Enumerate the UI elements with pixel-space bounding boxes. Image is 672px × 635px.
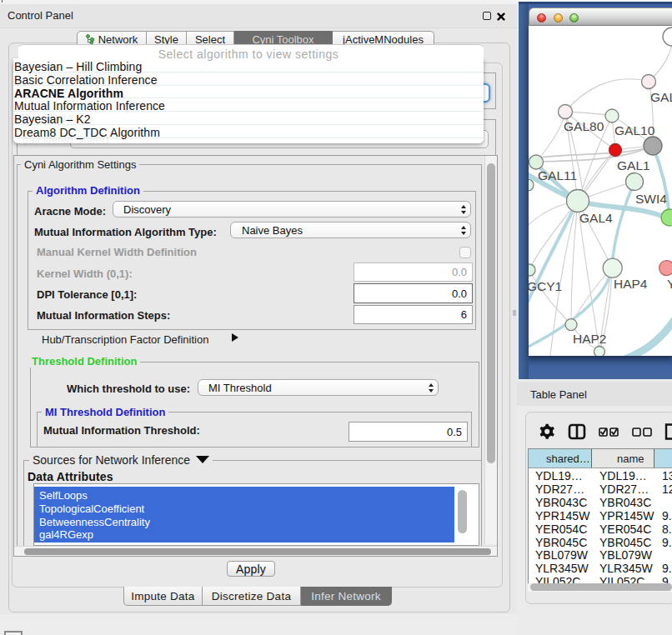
svg-text:GAL7: GAL7	[650, 90, 672, 104]
svg-text:HAP4: HAP4	[614, 277, 648, 291]
svg-text:SWI4: SWI4	[635, 192, 667, 206]
svg-text:GAL80: GAL80	[564, 119, 604, 133]
svg-text:GAL11: GAL11	[538, 168, 577, 182]
svg-text:GCY1: GCY1	[529, 279, 562, 293]
svg-text:Y: Y	[667, 277, 672, 291]
svg-text:HAP2: HAP2	[573, 332, 607, 346]
svg-text:GAL10: GAL10	[614, 123, 655, 138]
svg-text:GAL1: GAL1	[617, 158, 650, 172]
svg-text:GAL4: GAL4	[579, 211, 613, 225]
